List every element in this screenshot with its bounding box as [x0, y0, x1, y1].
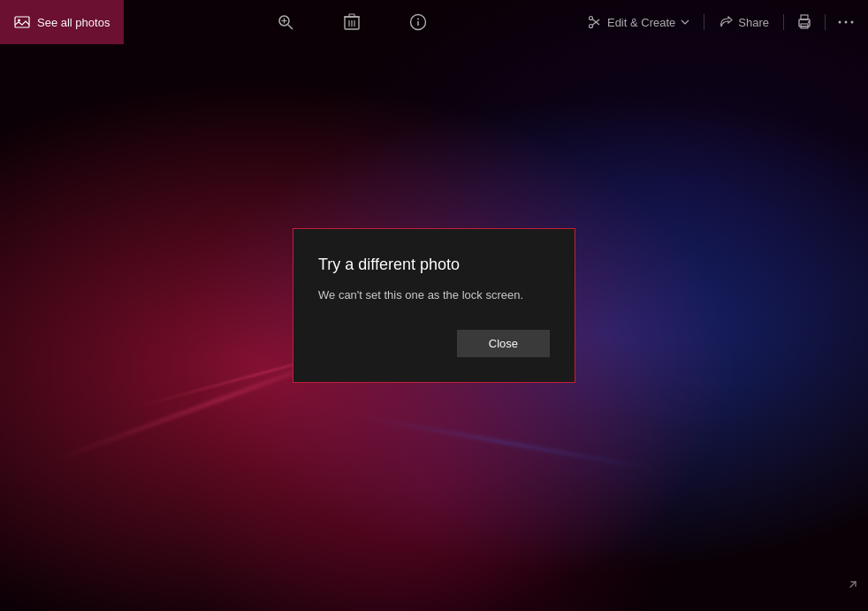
close-button[interactable]: Close — [457, 330, 550, 357]
dialog-actions: Close — [318, 330, 550, 357]
dialog-body: We can't set this one as the lock screen… — [318, 286, 550, 304]
dialog-title: Try a different photo — [318, 256, 550, 274]
dialog-overlay: Try a different photo We can't set this … — [0, 0, 868, 611]
dialog: Try a different photo We can't set this … — [293, 228, 575, 384]
